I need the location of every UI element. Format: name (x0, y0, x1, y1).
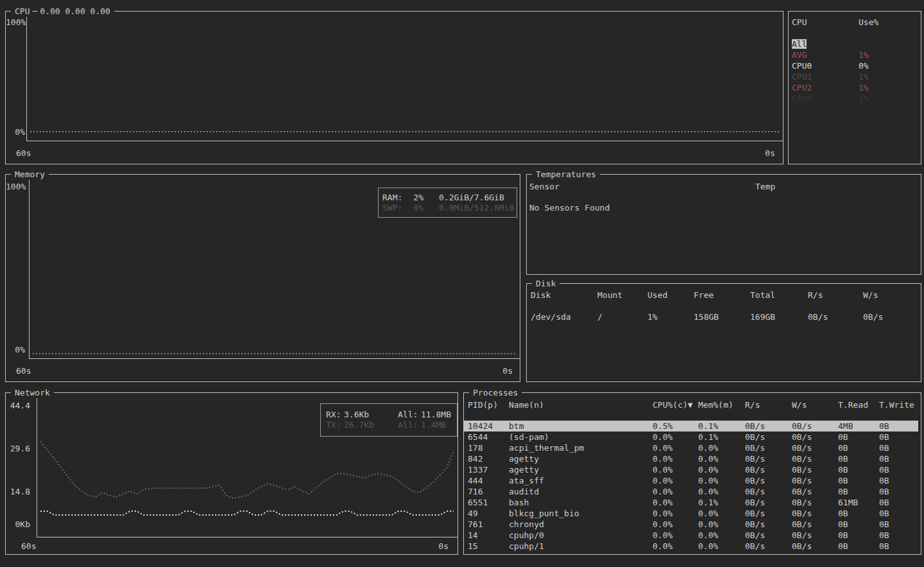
disk-cell: 1% (647, 311, 694, 322)
cpu-legend-header-use: Use% (859, 17, 921, 28)
network-panel: Network 44.4 29.6 14.8 0Kb 60s 0s RX: 3.… (5, 392, 458, 555)
process-cell: (sd-pam) (509, 432, 653, 442)
process-cell: 49 (468, 508, 509, 519)
cpu-legend-row[interactable]: CPU00% (789, 60, 921, 71)
process-header-ws[interactable]: W/s (792, 399, 838, 410)
memory-panel-title: Memory (11, 169, 49, 180)
process-row[interactable]: 6551bash0.0%0.1%0B/s0B/s61MB0B (464, 497, 918, 508)
process-cell: 0B (879, 530, 918, 541)
process-cell: 0B/s (792, 497, 838, 508)
memory-panel: Memory 100% 0% 60s 0s RAM: 2% 0.2GiB/7.6… (5, 174, 520, 382)
rx-value: 3.6Kb (344, 410, 398, 420)
swap-legend-row: SWP: 0% 0.0MiB/512.0MiB (379, 203, 517, 213)
process-cell: 0.0% (698, 541, 745, 552)
process-header-tread[interactable]: T.Read (838, 399, 879, 410)
process-cell: 761 (468, 519, 509, 530)
process-cell: 0B (879, 508, 918, 519)
process-cell: 0.1% (698, 432, 745, 442)
process-row[interactable]: 444ata_sff0.0%0.0%0B/s0B/s0B0B (464, 475, 918, 486)
process-cell: 0B/s (745, 530, 792, 541)
cpu-legend-name: All (792, 39, 859, 49)
process-cell: 0.0% (698, 519, 745, 530)
process-row[interactable]: 178acpi_thermal_pm0.0%0.0%0B/s0B/s0B0B (464, 442, 918, 453)
process-cell: 0.1% (698, 421, 745, 432)
process-cell: 0B (879, 497, 918, 508)
process-cell: 842 (468, 453, 509, 464)
network-y-label-3: 44.4 (6, 400, 30, 411)
process-cell: 0.0% (653, 432, 698, 442)
ram-percent: 2% (411, 193, 424, 203)
process-cell: 0B (838, 519, 879, 530)
process-cell: 0.0% (653, 486, 698, 497)
cpu-legend-row[interactable]: All (789, 39, 921, 49)
process-cell: 0.0% (698, 486, 745, 497)
cpu-x-left-label: 60s (16, 148, 31, 159)
process-row[interactable]: 1337agetty0.0%0.0%0B/s0B/s0B0B (464, 464, 918, 475)
process-cell: 0.0% (698, 453, 745, 464)
disk-cell: 0B/s (863, 311, 921, 322)
process-row[interactable]: 842agetty0.0%0.0%0B/s0B/s0B0B (464, 453, 918, 464)
process-cell: 0B (879, 519, 918, 530)
memory-y-min-label: 0% (6, 344, 25, 355)
process-row[interactable]: 14cpuhp/00.0%0.0%0B/s0B/s0B0B (464, 530, 918, 541)
process-header-twrite[interactable]: T.Write (879, 399, 918, 410)
ram-value: 0.2GiB/7.6GiB (439, 193, 517, 203)
rx-legend-row: RX: 3.6Kb All: 11.8MB (321, 410, 457, 420)
process-cell: 0B/s (745, 541, 792, 552)
process-cell: 0B/s (745, 508, 792, 519)
process-cell: 444 (468, 475, 509, 486)
process-cell: 0B/s (792, 464, 838, 475)
process-header-cpu[interactable]: CPU%(c)▼ (653, 399, 698, 410)
process-header-mem[interactable]: Mem%(m) (698, 399, 745, 410)
process-header-pid[interactable]: PID(p) (468, 399, 509, 410)
process-cell: 0B/s (792, 453, 838, 464)
process-cell: 0B/s (792, 519, 838, 530)
disk-header-disk: Disk (531, 290, 597, 301)
process-header-rs[interactable]: R/s (745, 399, 792, 410)
process-row[interactable]: 49blkcg_punt_bio0.0%0.0%0B/s0B/s0B0B (464, 508, 918, 519)
cpu-title-label: CPU (15, 6, 30, 16)
process-cell: 0B (879, 475, 918, 486)
rx-all-label: All: (398, 410, 421, 420)
process-row[interactable]: 15cpuhp/10.0%0.0%0B/s0B/s0B0B (464, 541, 918, 552)
rx-label: RX: (326, 410, 344, 420)
network-x-right-label: 0s (438, 541, 449, 552)
process-cell: 0B/s (792, 541, 838, 552)
process-cell: 0B (838, 530, 879, 541)
process-cell: 0B (838, 464, 879, 475)
process-header-name[interactable]: Name(n) (509, 399, 653, 410)
network-y-label-2: 29.6 (6, 443, 30, 454)
process-cell: blkcg_punt_bio (509, 508, 653, 519)
memory-x-left-label: 60s (16, 365, 31, 376)
process-header-row: PID(p) Name(n) CPU%(c)▼ Mem%(m) R/s W/s … (464, 399, 918, 410)
cpu-legend-usage: 1% (859, 71, 921, 82)
process-cell: 0B/s (792, 486, 838, 497)
process-cell: 0B (879, 442, 918, 453)
cpu-legend-row[interactable]: AVG1% (789, 49, 921, 60)
process-cell: 0B (879, 541, 918, 552)
process-cell: 4MB (838, 421, 879, 432)
disk-header-total: Total (750, 290, 808, 301)
cpu-chart (6, 12, 783, 164)
disk-row[interactable]: /dev/sda/1%158GB169GB0B/s0B/s (527, 311, 921, 322)
memory-x-right-label: 0s (502, 365, 513, 376)
process-row[interactable]: 6544(sd-pam)0.0%0.1%0B/s0B/s0B0B (464, 432, 918, 442)
process-cell: 0B (838, 453, 879, 464)
disk-header-used: Used (647, 290, 694, 301)
cpu-y-min-label: 0% (6, 126, 25, 137)
process-cell: 0.0% (653, 530, 698, 541)
process-row[interactable]: 10424btm0.5%0.1%0B/s0B/s4MB0B (464, 421, 918, 432)
process-cell: 0.0% (698, 508, 745, 519)
cpu-legend-usage: 1% (859, 49, 921, 60)
process-row[interactable]: 761chronyd0.0%0.0%0B/s0B/s0B0B (464, 519, 918, 530)
process-cell: 0.0% (698, 442, 745, 453)
cpu-legend-row[interactable]: CPU11% (789, 71, 921, 82)
temperatures-panel-title: Temperatures (532, 169, 600, 180)
process-cell: 0B (838, 475, 879, 486)
cpu-legend-row[interactable]: CPU31% (789, 93, 921, 104)
cpu-legend-row[interactable]: CPU21% (789, 82, 921, 93)
process-cell: btm (509, 421, 653, 432)
process-row[interactable]: 716auditd0.0%0.0%0B/s0B/s0B0B (464, 486, 918, 497)
process-cell: 0B/s (792, 475, 838, 486)
processes-panel: Processes PID(p) Name(n) CPU%(c)▼ Mem%(m… (463, 392, 921, 555)
